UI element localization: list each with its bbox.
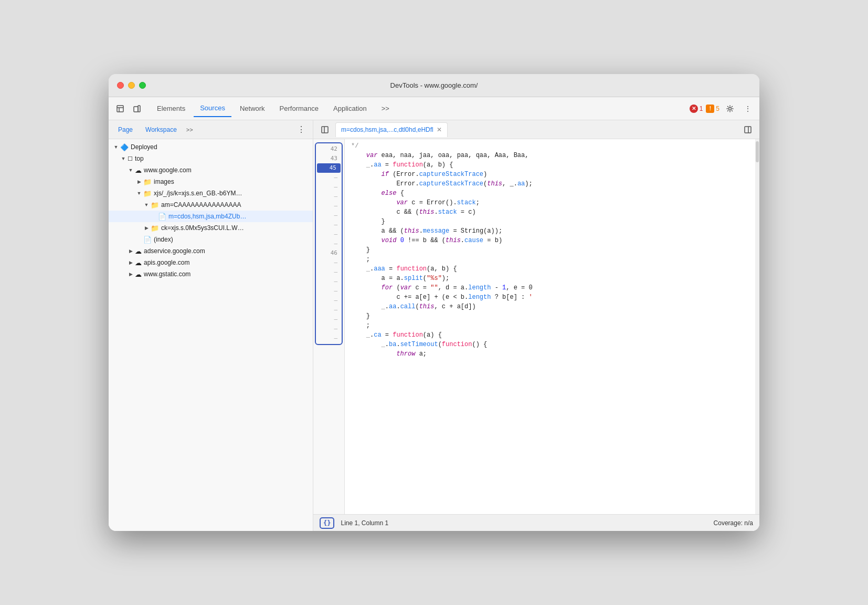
tree-item-deployed[interactable]: ▼ 🔷 Deployed — [109, 141, 313, 153]
tree-item-top[interactable]: ▼ ☐ top — [109, 153, 313, 164]
maximize-button[interactable] — [139, 82, 146, 89]
tree-item-xjs[interactable]: ▼ 📁 xjs/_/js/k=xjs.s.en_GB.-b6YM… — [109, 187, 313, 199]
line-numbers-column: 42 43 45 – – – – – – – – 46 – – — [313, 139, 345, 514]
line-num-d8: – — [316, 239, 342, 248]
tab-more[interactable]: >> — [375, 100, 396, 117]
code-line-19: } — [351, 311, 749, 321]
cloud-icon: ☁ — [135, 259, 142, 267]
scrollbar-thumb[interactable] — [756, 141, 759, 162]
devtools-window: DevTools - www.google.com/ Elements — [109, 74, 759, 531]
line-num-d10: – — [316, 267, 342, 277]
title-bar: DevTools - www.google.com/ — [109, 74, 759, 97]
tab-elements[interactable]: Elements — [151, 100, 192, 117]
code-line-12: } — [351, 245, 749, 255]
svg-rect-6 — [322, 127, 328, 133]
tree-item-google[interactable]: ▼ ☁ www.google.com — [109, 164, 313, 176]
arrow-icon: ▶ — [128, 271, 134, 277]
tree-item-gstatic[interactable]: ▶ ☁ www.gstatic.com — [109, 268, 313, 280]
error-badge[interactable]: ✕ 1 — [690, 105, 703, 113]
line-num-d6: – — [316, 220, 342, 230]
code-line-17: c += a[e] + (e < b.length ? b[e] : ' — [351, 293, 749, 302]
line-num-42: 42 — [316, 144, 342, 154]
tab-performance[interactable]: Performance — [273, 100, 325, 117]
sidebar-menu-icon[interactable]: ⋮ — [294, 124, 309, 134]
scrollbar[interactable] — [755, 139, 759, 514]
code-line-23: throw a; — [351, 349, 749, 359]
folder-icon: 📁 — [143, 178, 152, 186]
svg-rect-0 — [117, 106, 123, 112]
close-tab-icon[interactable]: ✕ — [437, 126, 442, 133]
folder-icon: 📁 — [151, 201, 159, 209]
warning-badge[interactable]: ! 5 — [706, 105, 719, 113]
code-line-16: for (var c = "", d = a.length - 1, e = 0 — [351, 283, 749, 293]
tree-item-am[interactable]: ▼ 📁 am=CAAAAAAAAAAAAAAA — [109, 199, 313, 211]
format-button[interactable]: {} — [320, 517, 334, 529]
editor-tab-mcdos[interactable]: m=cdos,hsm,jsa,...c,dtl0hd,eHDfl ✕ — [335, 122, 448, 137]
sidebar: Page Workspace >> ⋮ ▼ 🔷 Deployed ▼ ☐ top — [109, 120, 313, 531]
line-num-d9: – — [316, 258, 342, 267]
sidebar-tabs-more[interactable]: >> — [184, 127, 195, 133]
tab-network[interactable]: Network — [234, 100, 271, 117]
arrow-icon: ▼ — [113, 144, 119, 150]
tab-sources[interactable]: Sources — [194, 100, 231, 117]
line-num-d16: – — [316, 324, 342, 333]
arrow-icon: ▶ — [136, 179, 142, 185]
devtools-icons — [113, 101, 144, 116]
svg-rect-3 — [134, 107, 138, 112]
tree-item-images[interactable]: ▶ 📁 images — [109, 176, 313, 187]
code-line-13: ; — [351, 255, 749, 264]
sidebar-tabs: Page Workspace >> ⋮ — [109, 120, 313, 139]
line-num-d3: – — [316, 192, 342, 201]
line-numbers-highlight: 42 43 45 – – – – – – – – 46 – – — [315, 142, 343, 345]
sidebar-tab-page[interactable]: Page — [113, 122, 138, 137]
code-line-22: _.ba.setTimeout(function() { — [351, 340, 749, 349]
sidebar-tab-workspace[interactable]: Workspace — [140, 122, 182, 137]
warning-icon: ! — [706, 105, 714, 113]
code-line-14: _.aaa = function(a, b) { — [351, 264, 749, 274]
minimize-button[interactable] — [128, 82, 135, 89]
inspect-icon[interactable] — [113, 101, 128, 116]
code-editor: 42 43 45 – – – – – – – – 46 – – — [313, 139, 759, 514]
line-num-d17: – — [316, 333, 342, 343]
line-num-d7: – — [316, 230, 342, 239]
code-content[interactable]: */ var eaa, naa, jaa, oaa, paa, qaa, Aaa… — [345, 139, 755, 514]
code-line-10: a && (this.message = String(a)); — [351, 226, 749, 236]
editor-tabs: m=cdos,hsm,jsa,...c,dtl0hd,eHDfl ✕ — [313, 120, 759, 139]
code-line-21: _.ca = function(a) { — [351, 330, 749, 340]
code-line-8: c && (this.stack = c) — [351, 207, 749, 217]
toggle-sidebar-icon[interactable] — [317, 122, 332, 137]
coverage-status: Coverage: n/a — [714, 519, 753, 527]
frame-icon: ☐ — [128, 155, 133, 162]
device-icon[interactable] — [130, 101, 144, 116]
arrow-icon: ▶ — [143, 225, 150, 231]
code-line-9: } — [351, 217, 749, 226]
arrow-icon: ▼ — [120, 155, 126, 162]
tree-item-mcdos[interactable]: 📄 m=cdos,hsm,jsa,mb4ZUb… — [109, 211, 313, 222]
tree-item-apis[interactable]: ▶ ☁ apis.google.com — [109, 257, 313, 268]
cloud-icon: ☁ — [135, 247, 142, 255]
more-options-icon[interactable]: ⋮ — [740, 101, 755, 116]
tab-bar: Elements Sources Network Performance App… — [109, 97, 759, 120]
arrow-icon: ▶ — [128, 248, 134, 254]
arrow-icon: ▼ — [128, 167, 134, 173]
line-num-46: 46 — [316, 248, 342, 258]
svg-rect-4 — [138, 106, 140, 112]
close-button[interactable] — [117, 82, 124, 89]
file-tree: ▼ 🔷 Deployed ▼ ☐ top ▼ ☁ www.google.com — [109, 139, 313, 531]
code-line-11: void 0 !== b && (this.cause = b) — [351, 236, 749, 245]
tree-item-index[interactable]: 📄 (index) — [109, 234, 313, 245]
code-line-6: else { — [351, 189, 749, 198]
arrow-icon: ▼ — [136, 190, 142, 196]
editor-tab-label: m=cdos,hsm,jsa,...c,dtl0hd,eHDfl — [341, 126, 433, 133]
tab-application[interactable]: Application — [327, 100, 373, 117]
tree-item-adservice[interactable]: ▶ ☁ adservice.google.com — [109, 245, 313, 257]
settings-icon[interactable] — [723, 101, 737, 116]
line-num-d15: – — [316, 315, 342, 324]
tab-bar-right: ✕ 1 ! 5 ⋮ — [690, 101, 755, 116]
tree-item-ck[interactable]: ▶ 📁 ck=xjs.s.0Mx5ys3sCUI.L.W… — [109, 222, 313, 234]
collapse-editor-icon[interactable] — [740, 122, 755, 137]
code-line-18: _.aa.call(this, c + a[d]) — [351, 302, 749, 311]
code-line-3: _.aa = function(a, b) { — [351, 160, 749, 170]
arrow-icon: ▼ — [143, 202, 150, 208]
line-num-d12: – — [316, 286, 342, 296]
